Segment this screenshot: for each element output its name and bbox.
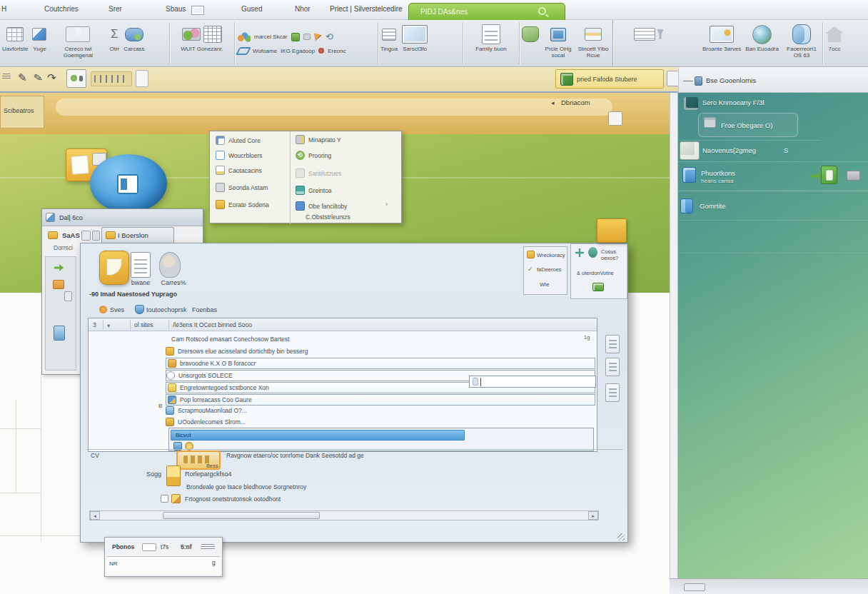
ribbon-button-tablefunnel[interactable]: [632, 20, 666, 66]
pages-icon[interactable]: [166, 465, 181, 486]
selected-item-box[interactable]: Blcvut: [168, 428, 594, 451]
gray-folder-icon[interactable]: [847, 171, 860, 181]
ribbon-button-sarsct[interactable]: Sarsct3fo: [400, 20, 430, 66]
secondary-window-titlebar[interactable]: Dal| 6co: [42, 209, 203, 226]
blue-doc-icon[interactable]: [54, 326, 65, 341]
option-2-label[interactable]: faDeeroes: [537, 266, 562, 273]
ribbon-button-ban[interactable]: Ban Euoadra: [743, 20, 781, 66]
back-arrow-icon[interactable]: ◂: [551, 99, 555, 106]
dialog-link-1[interactable]: Sves: [110, 306, 124, 313]
document-icon[interactable]: [131, 252, 151, 278]
menu-item[interactable]: Woucrbloers: [216, 151, 263, 160]
small-button-wofoame[interactable]: Wofoame: [253, 48, 277, 54]
sort-icon[interactable]: ▾: [107, 322, 110, 329]
panel-item-3[interactable]: Naovenus(2gmeg: [702, 146, 756, 154]
option-box2-label2[interactable]: & oterdonVotne: [577, 270, 614, 276]
ribbon-button-5[interactable]: Carcass: [121, 20, 146, 66]
ribbon-button-faoerreort[interactable]: Faoerreort1 OS 63: [781, 20, 822, 66]
header-title[interactable]: /le3ens It OCect binned Sooo: [173, 321, 252, 328]
list-row[interactable]: Drersows elue acisseland dortichtby bin …: [166, 346, 308, 357]
active-ribbon-tab[interactable]: PIDJ DAs&nes: [408, 3, 565, 21]
person-icon[interactable]: [159, 252, 181, 278]
list-row[interactable]: Pop lorreacass Coo Gaure: [166, 394, 595, 406]
menu-item[interactable]: Obe fanciltoby›: [296, 201, 347, 211]
panel-item-1[interactable]: Sero Knmoeany F/3l: [702, 99, 764, 106]
orange-folder-icon[interactable]: [53, 280, 64, 289]
green-arrow-icon[interactable]: [811, 173, 821, 179]
menu-item[interactable]: ⟲Prooring: [296, 151, 331, 160]
green-arrow-icon[interactable]: [54, 264, 64, 271]
draw-options-segment[interactable]: [91, 71, 132, 86]
viewcube-mini-icon[interactable]: [191, 6, 204, 15]
scrollbar-thumb[interactable]: [163, 512, 320, 519]
ribbon-tab-1[interactable]: Coutchries: [44, 5, 79, 13]
ribbon-tab-partial[interactable]: H: [1, 5, 6, 13]
list-row[interactable]: bravoodne K.X O B foracocr: [166, 358, 595, 369]
list-row[interactable]: ScrapmouMaonload O?...: [166, 405, 247, 416]
drawing-canvas[interactable]: ◂ Dbnacom Scibeatros: [0, 93, 670, 594]
ribbon-button-pouch[interactable]: [520, 20, 541, 66]
ribbon-button-prcie[interactable]: Prcie OHg socal: [541, 20, 575, 66]
banner-box-icon[interactable]: [608, 111, 622, 126]
checkbox[interactable]: [161, 495, 168, 503]
small-button-ereonc[interactable]: Ereonc: [328, 48, 345, 54]
ribbon-button-family[interactable]: Family buon: [473, 20, 509, 66]
highlighted-toolbar-button[interactable]: pried Fafoda Stubere: [555, 69, 664, 89]
side-button-3[interactable]: [605, 383, 620, 402]
green-chip-icon[interactable]: [592, 283, 604, 291]
header-filter[interactable]: ol sites: [134, 321, 153, 328]
scroll-right-arrow[interactable]: ▸: [588, 511, 598, 520]
pen-icon[interactable]: ✎: [18, 71, 27, 84]
selected-row-highlight[interactable]: Blcvut: [171, 430, 465, 441]
ribbon-button-stncett[interactable]: Stncett Yibo Rcue: [575, 20, 611, 66]
spline-icon[interactable]: ↷: [47, 71, 56, 84]
ribbon-button-tingua[interactable]: Tingua: [378, 20, 400, 66]
scroll-left-arrow[interactable]: ◂: [90, 511, 100, 520]
option-3-label[interactable]: Wte: [540, 281, 549, 288]
bottom-line-3[interactable]: Frtognost onetstrutonsok ootodhont: [185, 495, 281, 503]
small-page-button[interactable]: [136, 70, 148, 87]
ribbon-button-4[interactable]: Σ Otrr: [107, 20, 121, 66]
secondary-window-item[interactable]: SaAS: [62, 231, 80, 239]
panel-item-4[interactable]: Phuortkons: [701, 169, 735, 177]
secondary-window-subitem[interactable]: Dorrsci: [54, 244, 73, 251]
side-button-2[interactable]: [605, 358, 620, 376]
ribbon-group-wall[interactable]: WUIT Gonezanr.: [170, 20, 234, 66]
resize-grip[interactable]: [617, 533, 625, 540]
option-box2-label1[interactable]: Cosus oexos?: [601, 248, 625, 261]
dialog-link-3[interactable]: Foenbas: [192, 306, 217, 313]
ribbon-tab-5[interactable]: Nhor: [295, 5, 311, 13]
bottom-line-2[interactable]: Brondeale goe tsace bledhovoe Sorgnetnro…: [186, 483, 306, 490]
ribbon-tab-4[interactable]: Gused: [241, 5, 262, 13]
panel-item-2[interactable]: Froe Obegare O): [721, 121, 772, 129]
ribbon-button-1[interactable]: Uavfortste: [0, 20, 30, 66]
ribbon-tab-3[interactable]: Sbaus: [166, 5, 186, 13]
small-button-egadoop[interactable]: IKG Egadoop: [281, 48, 315, 54]
dialog-link-2[interactable]: toutoechoprsk: [146, 306, 187, 313]
list-row[interactable]: UOodenlecomes Slrom...: [166, 416, 246, 428]
project-browser-header[interactable]: Bse Gooenlornis: [678, 67, 868, 93]
inline-edit-box[interactable]: [469, 376, 596, 388]
panel-item-5[interactable]: Gomrtite: [700, 202, 725, 210]
ribbon-button-house[interactable]: 7occ: [823, 20, 846, 66]
menu-item[interactable]: Greintoa: [296, 186, 332, 195]
menu-item[interactable]: Seonda Astam: [216, 183, 268, 192]
ribbon-button-2[interactable]: Yuge: [30, 20, 49, 66]
list-row[interactable]: Cam Rotscod emasart Conechosow Bartest: [171, 333, 289, 345]
status-button[interactable]: [684, 583, 705, 591]
dialog-system-icon[interactable]: [81, 231, 91, 241]
s-hook-icon[interactable]: [588, 247, 597, 258]
side-button-1[interactable]: [605, 335, 620, 353]
gray-doc-icon[interactable]: [64, 291, 72, 301]
mini-field-box[interactable]: [142, 543, 156, 551]
plus-icon[interactable]: [575, 248, 584, 257]
ribbon-button-broante[interactable]: Broante 3arves: [700, 20, 743, 66]
dialog-system-icon2[interactable]: [92, 231, 100, 241]
ribbon-button-3[interactable]: Cereco twl Goemgenal: [49, 20, 107, 66]
horizontal-scrollbar[interactable]: ◂ ▸: [89, 510, 599, 520]
green-box-icon[interactable]: [821, 166, 837, 184]
search-icon[interactable]: [538, 7, 546, 15]
ribbon-tab-2[interactable]: Srer: [108, 5, 122, 13]
leaf-toggle-button[interactable]: [66, 69, 86, 88]
menu-item[interactable]: Caotacacins: [216, 166, 262, 175]
